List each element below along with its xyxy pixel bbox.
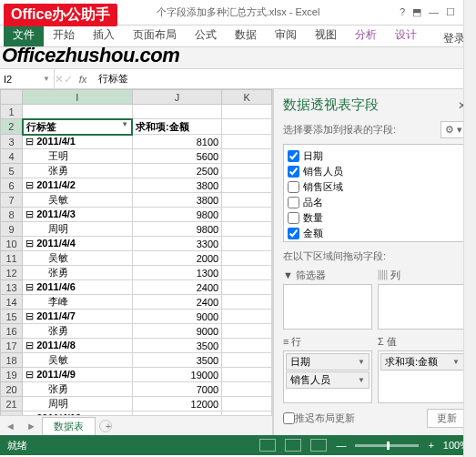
row-header[interactable]: 15 <box>1 310 23 324</box>
zoom-out-icon[interactable]: — <box>336 440 346 451</box>
zoom-slider[interactable] <box>355 444 419 447</box>
cell[interactable]: 3300 <box>132 237 222 251</box>
cell[interactable] <box>222 135 272 149</box>
cell[interactable]: 2000 <box>132 251 222 266</box>
view-layout-icon[interactable] <box>285 439 301 452</box>
row-header[interactable]: 10 <box>1 237 23 251</box>
row-header[interactable]: 5 <box>1 164 23 178</box>
cell[interactable]: 张勇 <box>23 266 133 280</box>
cell[interactable]: ⊟ 2011/4/3 <box>23 208 133 222</box>
sheet-nav-prev-icon[interactable]: ◄ <box>0 421 21 432</box>
cell[interactable] <box>222 237 272 251</box>
name-box-dropdown-icon[interactable]: ▼ <box>43 75 50 83</box>
cell[interactable]: ⊟ 2011/4/1 <box>23 135 133 149</box>
cell[interactable]: 吴敏 <box>23 193 133 208</box>
cell[interactable] <box>222 339 272 353</box>
confirm-icon[interactable]: ✓ <box>64 73 73 86</box>
row-header[interactable]: 22 <box>1 411 23 416</box>
col-header-K[interactable]: K <box>222 90 272 105</box>
row-header[interactable]: 2 <box>1 119 23 135</box>
minimize-icon[interactable]: — <box>429 6 439 18</box>
col-header-I[interactable]: I <box>23 90 133 105</box>
cell[interactable]: 张勇 <box>23 324 133 339</box>
view-pagebreak-icon[interactable] <box>310 439 327 452</box>
cell[interactable]: 求和项:金额 <box>132 119 222 135</box>
cell[interactable] <box>222 251 272 266</box>
tab-analyze[interactable]: 分析 <box>346 24 386 46</box>
zone-item[interactable]: 日期▼ <box>286 353 370 371</box>
tab-review[interactable]: 审阅 <box>266 24 306 46</box>
zone-values[interactable]: 求和项:金额▼ <box>378 350 467 403</box>
row-header[interactable]: 14 <box>1 295 23 310</box>
cell[interactable]: 3500 <box>132 339 222 353</box>
cell[interactable] <box>222 411 272 416</box>
zone-rows[interactable]: 日期▼销售人员▼ <box>283 350 372 403</box>
view-normal-icon[interactable] <box>259 439 276 452</box>
cell[interactable]: 李峰 <box>23 295 133 310</box>
update-button[interactable]: 更新 <box>427 409 467 428</box>
cell[interactable]: 2400 <box>132 295 222 310</box>
field-item[interactable]: 销售人员 <box>288 164 462 179</box>
cell[interactable]: 8100 <box>132 135 222 149</box>
cell[interactable]: ⊟ 2011/4/8 <box>23 339 133 353</box>
cell[interactable] <box>222 324 272 339</box>
zone-item[interactable]: 求和项:金额▼ <box>380 353 464 371</box>
col-header-J[interactable]: J <box>132 90 222 105</box>
cell[interactable] <box>222 310 272 324</box>
cell[interactable]: 3800 <box>132 193 222 208</box>
row-header[interactable]: 9 <box>1 222 23 237</box>
zoom-in-icon[interactable]: + <box>428 440 433 451</box>
cell[interactable]: ⊟ 2011/4/6 <box>23 280 133 295</box>
cell[interactable] <box>222 119 272 135</box>
row-header[interactable]: 13 <box>1 280 23 295</box>
cell[interactable]: 19000 <box>132 368 222 382</box>
field-list-scrollbar[interactable] <box>463 144 467 242</box>
row-header[interactable]: 20 <box>1 382 23 397</box>
cell[interactable]: ⊟ 2011/4/4 <box>23 237 133 251</box>
cell[interactable]: ⊟ 2011/4/7 <box>23 310 133 324</box>
grid[interactable]: I J K 1 2行标签 ▼求和项:金额3⊟ 2011/4/181004王明56… <box>0 89 272 415</box>
cell[interactable]: 7000 <box>132 382 222 397</box>
row-header[interactable]: 3 <box>1 135 23 149</box>
tab-formulas[interactable]: 公式 <box>186 24 226 46</box>
row-header[interactable]: 7 <box>1 193 23 208</box>
cell[interactable] <box>222 295 272 310</box>
field-item[interactable]: 日期 <box>288 148 462 164</box>
cell[interactable] <box>222 164 272 178</box>
cell[interactable]: ⊟ 2011/4/2 <box>23 178 133 193</box>
cell[interactable]: 5600 <box>132 149 222 164</box>
fx-icon[interactable]: fx <box>73 74 93 85</box>
field-item[interactable]: 数量 <box>288 210 462 226</box>
field-checkbox[interactable] <box>288 181 299 193</box>
cell[interactable]: 1200 <box>132 411 222 416</box>
cell[interactable]: ⊟ 2011/4/9 <box>23 368 133 382</box>
row-header[interactable]: 4 <box>1 149 23 164</box>
row-header[interactable]: 8 <box>1 208 23 222</box>
field-item[interactable]: 品名 <box>288 195 462 210</box>
cell[interactable] <box>222 178 272 193</box>
row-header[interactable]: 21 <box>1 397 23 411</box>
cell[interactable] <box>222 193 272 208</box>
cell[interactable]: 9000 <box>132 310 222 324</box>
cell[interactable]: 张勇 <box>23 164 133 178</box>
zone-columns[interactable] <box>378 284 467 330</box>
name-box[interactable]: I2 ▼ <box>0 69 55 88</box>
cell[interactable] <box>222 222 272 237</box>
cell[interactable]: 2400 <box>132 280 222 295</box>
cell[interactable]: 吴敏 <box>23 353 133 368</box>
cell[interactable]: 1300 <box>132 266 222 280</box>
cell[interactable]: 3800 <box>132 178 222 193</box>
cell[interactable]: 3500 <box>132 353 222 368</box>
cancel-icon[interactable]: ✕ <box>55 73 64 86</box>
row-header[interactable]: 16 <box>1 324 23 339</box>
field-item[interactable]: 金额 <box>288 226 462 241</box>
field-checkbox[interactable] <box>288 150 299 162</box>
sheet-nav-next-icon[interactable]: ► <box>21 421 42 432</box>
row-header[interactable]: 12 <box>1 266 23 280</box>
maximize-icon[interactable]: ☐ <box>446 6 455 18</box>
defer-update-checkbox[interactable] <box>283 412 295 424</box>
tab-view[interactable]: 视图 <box>306 24 346 46</box>
cell[interactable]: 周明 <box>23 222 133 237</box>
field-list[interactable]: 日期 销售人员 销售区域 品名 数量 金额 <box>283 144 467 242</box>
cell[interactable] <box>222 149 272 164</box>
